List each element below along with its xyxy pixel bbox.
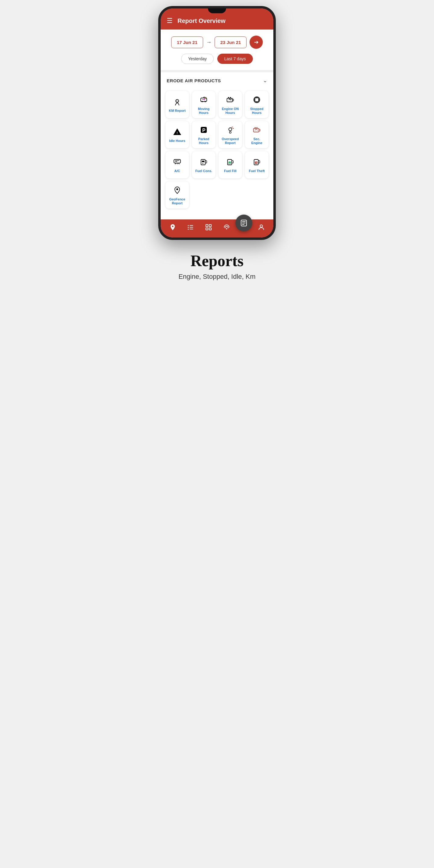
- svg-point-36: [172, 226, 173, 227]
- fuel-theft-icon: ▼: [253, 158, 261, 167]
- go-button[interactable]: ➔: [250, 36, 263, 49]
- km-report-label: KM Report: [169, 109, 186, 113]
- start-date[interactable]: 17 Jun 21: [171, 36, 203, 48]
- report-grid: km KM Report ⚡: [161, 89, 273, 213]
- svg-point-3: [202, 101, 203, 102]
- svg-rect-44: [209, 224, 211, 227]
- svg-text:!: !: [177, 131, 178, 135]
- filter-section: Yesterday Last 7 days: [161, 54, 273, 70]
- fuel-cons-card[interactable]: Fuel Cons.: [192, 151, 216, 179]
- spacer: [161, 213, 273, 219]
- section-header[interactable]: ERODE AIR PRODUCTS ⌄: [161, 72, 273, 89]
- nav-profile[interactable]: [252, 224, 270, 231]
- parked-hours-icon: P: [199, 126, 208, 135]
- nav-signal[interactable]: [218, 224, 236, 231]
- km-report-icon: km: [173, 97, 181, 107]
- svg-point-26: [203, 163, 204, 164]
- svg-point-4: [205, 101, 206, 102]
- nav-list[interactable]: [182, 224, 200, 231]
- overspeed-report-card[interactable]: OverspeedReport: [218, 121, 242, 148]
- svg-text:▲: ▲: [229, 162, 231, 164]
- fuel-fill-icon: ▲: [226, 158, 235, 167]
- bottom-nav: [161, 219, 273, 238]
- moving-hours-icon: ⚡: [199, 96, 208, 105]
- svg-text:P: P: [202, 128, 206, 133]
- section-title: ERODE AIR PRODUCTS: [167, 78, 221, 83]
- engine-on-hours-label: Engine ONHours: [222, 107, 239, 115]
- svg-text:km: km: [176, 100, 179, 102]
- ac-label: A/C: [175, 169, 180, 173]
- ac-icon: [173, 158, 181, 167]
- svg-rect-32: [258, 161, 260, 163]
- svg-rect-9: [228, 97, 229, 98]
- svg-rect-10: [230, 97, 231, 98]
- geofence-report-icon: [173, 186, 181, 195]
- stopped-hours-icon: [253, 96, 261, 105]
- svg-rect-38: [190, 225, 193, 226]
- svg-rect-19: [259, 129, 260, 131]
- fuel-cons-label: Fuel Cons.: [195, 169, 212, 173]
- svg-rect-28: [232, 161, 233, 163]
- svg-rect-12: [255, 98, 258, 101]
- last7days-filter[interactable]: Last 7 days: [217, 54, 253, 64]
- parked-hours-label: ParkedHours: [198, 137, 210, 145]
- fuel-theft-label: Fuel Theft: [249, 169, 265, 173]
- svg-rect-18: [253, 128, 259, 132]
- screen: ☰ Report Overview 17 Jun 21 → 23 Jun 21 …: [161, 8, 273, 238]
- arrow-icon: →: [206, 39, 212, 45]
- hamburger-icon[interactable]: ☰: [167, 17, 173, 25]
- overspeed-report-label: OverspeedReport: [222, 137, 239, 145]
- geofence-report-card[interactable]: GeoFenceReport: [165, 181, 189, 209]
- stopped-hours-label: StoppedHours: [250, 107, 264, 115]
- nav-fab[interactable]: [236, 215, 252, 231]
- svg-text:⚡: ⚡: [205, 97, 207, 99]
- sec-engine-card[interactable]: Sec.Engine: [245, 121, 269, 148]
- svg-text:▼: ▼: [255, 162, 257, 164]
- moving-hours-label: MovingHours: [198, 107, 210, 115]
- engine-on-hours-card[interactable]: Engine ONHours: [218, 91, 242, 118]
- fuel-fill-label: Fuel Fill: [224, 169, 237, 173]
- svg-rect-37: [188, 225, 189, 226]
- parked-hours-card[interactable]: P ParkedHours: [192, 121, 216, 148]
- stopped-hours-card[interactable]: StoppedHours: [245, 91, 269, 118]
- moving-hours-card[interactable]: ⚡ MovingHours: [192, 91, 216, 118]
- idle-hours-icon: !: [173, 127, 181, 137]
- end-date[interactable]: 23 Jun 21: [215, 36, 247, 48]
- caption-subtitle: Engine, Stopped, Idle, Km: [179, 273, 255, 281]
- fuel-theft-card[interactable]: ▼ Fuel Theft: [245, 151, 269, 179]
- ac-card[interactable]: A/C: [165, 151, 189, 179]
- caption-title: Reports: [179, 252, 255, 270]
- svg-rect-45: [206, 228, 208, 230]
- yesterday-filter[interactable]: Yesterday: [181, 54, 214, 64]
- svg-rect-43: [206, 224, 208, 227]
- chevron-down-icon: ⌄: [263, 77, 267, 84]
- svg-rect-22: [174, 159, 181, 163]
- svg-rect-41: [188, 229, 189, 230]
- svg-point-35: [176, 188, 178, 190]
- idle-hours-card[interactable]: ! Idle Hours: [165, 121, 189, 148]
- caption-area: Reports Engine, Stopped, Idle, Km: [179, 252, 255, 281]
- idle-hours-label: Idle Hours: [169, 139, 185, 143]
- svg-rect-40: [190, 227, 193, 227]
- svg-rect-24: [205, 161, 207, 163]
- phone-frame: ☰ Report Overview 17 Jun 21 → 23 Jun 21 …: [158, 6, 276, 240]
- fuel-fill-card[interactable]: ▲ Fuel Fill: [218, 151, 242, 179]
- svg-rect-8: [232, 99, 234, 101]
- fuel-cons-icon: [199, 158, 208, 167]
- date-section: 17 Jun 21 → 23 Jun 21 ➔: [161, 30, 273, 54]
- nav-dashboard[interactable]: [199, 224, 218, 231]
- engine-on-hours-icon: [226, 96, 235, 105]
- svg-rect-46: [209, 228, 211, 230]
- km-report-card[interactable]: km KM Report: [165, 91, 189, 118]
- sec-engine-icon: [253, 126, 261, 135]
- svg-rect-25: [202, 161, 204, 162]
- notch: [208, 8, 226, 13]
- svg-point-47: [226, 228, 227, 229]
- divider: [161, 70, 273, 72]
- header-title: Report Overview: [178, 18, 225, 24]
- overspeed-report-icon: [226, 126, 235, 135]
- nav-location[interactable]: [164, 224, 182, 231]
- svg-point-49: [260, 225, 262, 227]
- sec-engine-label: Sec.Engine: [251, 137, 262, 145]
- svg-rect-42: [190, 229, 193, 229]
